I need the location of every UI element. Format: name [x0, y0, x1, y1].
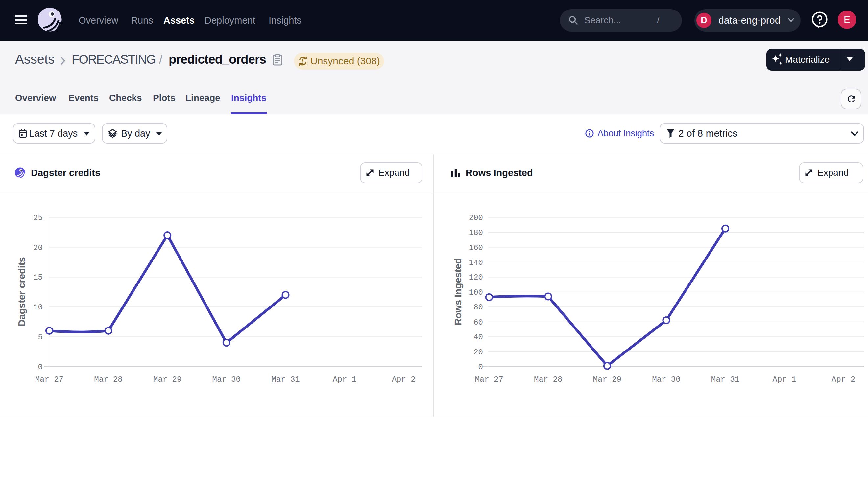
svg-text:40: 40: [473, 333, 483, 342]
svg-text:100: 100: [469, 288, 483, 297]
svg-text:Mar 29: Mar 29: [153, 375, 181, 384]
svg-text:160: 160: [469, 244, 483, 252]
svg-text:Mar 27: Mar 27: [475, 375, 503, 384]
svg-text:Mar 27: Mar 27: [35, 375, 63, 384]
svg-text:Mar 28: Mar 28: [534, 375, 562, 384]
svg-text:Mar 30: Mar 30: [652, 375, 680, 384]
svg-text:Apr 2: Apr 2: [831, 375, 855, 384]
svg-text:Mar 29: Mar 29: [593, 375, 622, 384]
svg-text:Mar 28: Mar 28: [94, 375, 122, 384]
svg-text:Mar 31: Mar 31: [711, 375, 739, 384]
svg-text:20: 20: [33, 244, 43, 252]
svg-text:180: 180: [469, 228, 483, 237]
svg-text:25: 25: [33, 213, 43, 222]
svg-text:140: 140: [469, 258, 483, 267]
svg-text:0: 0: [38, 363, 43, 371]
svg-text:0: 0: [478, 363, 483, 371]
svg-text:200: 200: [469, 213, 483, 222]
svg-text:10: 10: [33, 303, 43, 312]
svg-text:20: 20: [473, 348, 483, 357]
svg-text:Apr 1: Apr 1: [333, 375, 356, 384]
svg-text:Dagster credits: Dagster credits: [16, 257, 27, 326]
svg-text:Rows Ingested: Rows Ingested: [453, 258, 463, 326]
svg-text:5: 5: [38, 333, 43, 342]
svg-text:Mar 31: Mar 31: [271, 375, 299, 384]
svg-text:Mar 30: Mar 30: [213, 375, 241, 384]
svg-text:80: 80: [473, 303, 483, 312]
svg-text:15: 15: [33, 273, 43, 282]
svg-text:Apr 1: Apr 1: [773, 375, 796, 384]
svg-text:60: 60: [473, 318, 483, 327]
svg-text:Apr 2: Apr 2: [392, 375, 416, 384]
svg-text:120: 120: [469, 273, 483, 282]
